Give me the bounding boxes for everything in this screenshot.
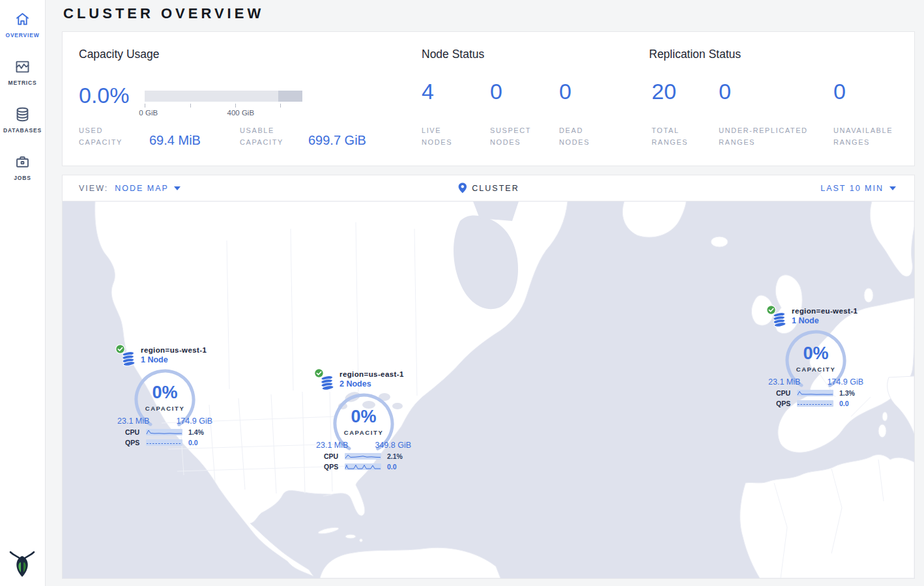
axis-tick-label: 0 GiB <box>139 109 158 117</box>
cpu-label: CPU <box>776 389 797 397</box>
locality-region: region=us-west-1 <box>141 346 207 354</box>
sidebar-item-databases[interactable]: DATABASES <box>3 106 42 134</box>
breadcrumb[interactable]: CLUSTER <box>457 183 519 194</box>
gauge-percent: 0% <box>134 383 196 403</box>
dead-nodes-label: DEAD NODES <box>559 125 611 148</box>
cpu-value: 1.4% <box>188 428 204 436</box>
under-replicated-ranges-value: 0 <box>719 79 731 104</box>
healthy-check-icon <box>314 368 324 378</box>
total-ranges-value: 20 <box>652 79 676 104</box>
sidebar-item-metrics[interactable]: METRICS <box>8 58 37 86</box>
locality-region: region=us-east-1 <box>339 370 404 378</box>
chevron-down-icon <box>174 186 180 190</box>
capacity-used-value: 23.1 MiB <box>768 377 800 387</box>
breadcrumb-cluster: CLUSTER <box>472 184 519 193</box>
cpu-value: 1.3% <box>839 389 855 397</box>
home-icon <box>14 10 31 28</box>
locality-node-count: 2 Nodes <box>339 379 404 388</box>
sidebar-item-label: OVERVIEW <box>5 32 39 38</box>
suspect-nodes-label: SUSPECT NODES <box>490 125 542 148</box>
dead-nodes-value: 0 <box>559 79 571 104</box>
axis-tick <box>190 104 191 108</box>
capacity-bar-used-segment <box>278 91 302 102</box>
view-dropdown[interactable]: NODE MAP <box>115 184 180 193</box>
node-status-title: Node Status <box>422 48 484 61</box>
capacity-bar-axis: 0 GiB 400 GiB <box>145 102 302 119</box>
capacity-total-value: 174.9 GiB <box>827 377 863 387</box>
qps-value: 0.0 <box>839 400 849 407</box>
axis-tick <box>235 104 236 108</box>
time-range-value: LAST 10 MIN <box>820 184 884 193</box>
cluster-summary-panel: Capacity Usage 0.0% 0 GiB 400 GiB USED C… <box>62 31 915 166</box>
world-map: region=us-west-1 1 Node 0% CAPACITY 23.1… <box>63 201 914 578</box>
qps-label: QPS <box>776 400 797 407</box>
sidebar-item-overview[interactable]: OVERVIEW <box>5 10 39 38</box>
under-replicated-ranges-label: UNDER-REPLICATED RANGES <box>719 125 826 148</box>
used-capacity-value: 69.4 MiB <box>149 133 201 148</box>
locality-card-us-east-1[interactable]: region=us-east-1 2 Nodes 0% CAPACITY 23.… <box>315 369 412 473</box>
cpu-sparkline <box>146 429 182 435</box>
qps-label: QPS <box>324 463 345 471</box>
capacity-bar-chart: 0 GiB 400 GiB <box>145 91 302 119</box>
qps-value: 0.0 <box>188 439 198 447</box>
cpu-label: CPU <box>125 428 146 436</box>
gauge-capacity-label: CAPACITY <box>332 429 395 436</box>
capacity-used-value: 23.1 MiB <box>316 441 348 450</box>
locality-node-count: 1 Node <box>141 355 207 364</box>
locality-node-count: 1 Node <box>792 316 858 325</box>
live-nodes-value: 4 <box>422 79 434 104</box>
capacity-used-value: 23.1 MiB <box>117 417 149 426</box>
sidebar-item-label: JOBS <box>14 175 31 181</box>
used-capacity-label: USED CAPACITY <box>79 125 136 148</box>
unavailable-ranges-value: 0 <box>833 79 846 104</box>
qps-label: QPS <box>125 439 146 447</box>
usable-capacity-label: USABLE CAPACITY <box>240 125 297 148</box>
usable-capacity-value: 699.7 GiB <box>308 133 366 148</box>
capacity-total-value: 174.9 GiB <box>176 417 212 426</box>
cpu-sparkline <box>797 390 833 396</box>
cpu-sparkline <box>345 453 381 460</box>
healthy-check-icon <box>766 305 776 315</box>
gauge-capacity-label: CAPACITY <box>134 405 196 412</box>
axis-tick <box>145 104 145 108</box>
qps-sparkline <box>146 439 182 446</box>
capacity-bar <box>145 91 302 102</box>
qps-value: 0.0 <box>387 463 397 471</box>
location-pin-icon <box>457 183 467 194</box>
axis-tick-label: 400 GiB <box>227 109 255 117</box>
cockroachdb-logo <box>9 548 35 578</box>
map-toolbar: VIEW: NODE MAP CLUSTER LAST 10 MIN <box>63 175 914 201</box>
sidebar-item-label: DATABASES <box>3 127 42 134</box>
qps-sparkline <box>797 400 833 407</box>
axis-tick <box>280 104 281 108</box>
databases-icon <box>14 106 31 123</box>
chevron-down-icon <box>889 186 896 190</box>
suspect-nodes-value: 0 <box>490 79 502 104</box>
gauge-percent: 0% <box>785 344 847 364</box>
sidebar: OVERVIEW METRICS DATABASES <box>0 0 46 586</box>
capacity-percent-value: 0.0% <box>79 83 130 108</box>
page-title: CLUSTER OVERVIEW <box>63 5 264 22</box>
locality-card-us-west-1[interactable]: region=us-west-1 1 Node 0% CAPACITY 23.1… <box>116 345 214 449</box>
locality-card-eu-west-1[interactable]: region=eu-west-1 1 Node 0% CAPACITY 23.1… <box>767 306 865 410</box>
view-label: VIEW: <box>79 184 108 193</box>
sidebar-item-jobs[interactable]: JOBS <box>14 153 31 181</box>
metrics-icon <box>14 58 31 76</box>
view-dropdown-value: NODE MAP <box>115 184 169 193</box>
healthy-check-icon <box>115 344 125 354</box>
gauge-percent: 0% <box>332 407 395 427</box>
capacity-total-value: 349.8 GiB <box>375 441 411 450</box>
replication-status-title: Replication Status <box>649 48 741 61</box>
time-range-dropdown[interactable]: LAST 10 MIN <box>820 184 896 193</box>
capacity-usage-title: Capacity Usage <box>79 48 160 61</box>
sidebar-item-label: METRICS <box>8 80 37 86</box>
qps-sparkline <box>345 463 381 470</box>
cpu-value: 2.1% <box>387 452 403 460</box>
jobs-icon <box>14 153 31 171</box>
total-ranges-label: TOTAL RANGES <box>652 125 704 148</box>
live-nodes-label: LIVE NODES <box>422 125 474 148</box>
cpu-label: CPU <box>324 452 345 460</box>
node-map-panel: VIEW: NODE MAP CLUSTER LAST 10 MIN <box>62 175 915 579</box>
unavailable-ranges-label: UNAVAILABLE RANGES <box>833 125 899 148</box>
gauge-capacity-label: CAPACITY <box>785 366 847 373</box>
